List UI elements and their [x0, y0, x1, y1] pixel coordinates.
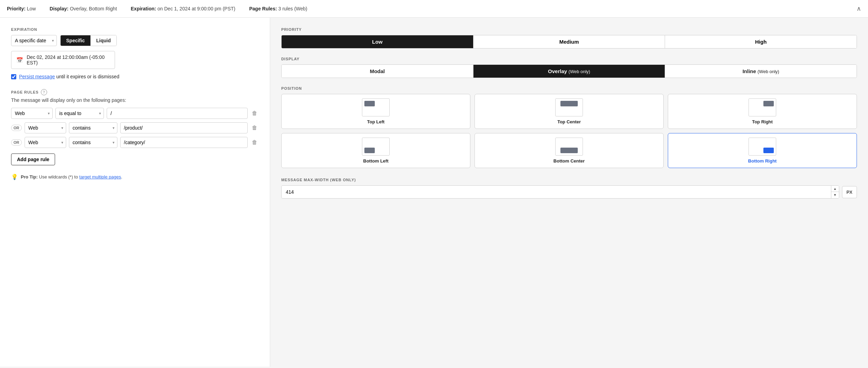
- rule1-condition-select[interactable]: is equal to contains starts with: [55, 108, 104, 119]
- max-width-input-wrapper: ▲ ▼: [281, 185, 839, 199]
- stepper-up-btn[interactable]: ▲: [831, 186, 839, 192]
- mode-liquid-btn[interactable]: Liquid: [91, 35, 116, 46]
- bottom-left-label: Bottom Left: [363, 158, 389, 164]
- persist-link[interactable]: Persist message: [19, 74, 55, 79]
- persist-row: Persist message until it expires or is d…: [11, 74, 259, 79]
- expiration-type-row: A specific date Never Custom ▾ Specific …: [11, 35, 259, 46]
- priority-group: Low Medium High: [281, 35, 857, 49]
- position-section-label: POSITION: [281, 86, 857, 90]
- expiration-section: EXPIRATION A specific date Never Custom …: [11, 27, 259, 79]
- collapse-button[interactable]: ∧: [857, 5, 861, 12]
- position-top-center[interactable]: Top Center: [475, 94, 664, 129]
- stepper-down-btn[interactable]: ▼: [831, 192, 839, 198]
- expiration-mode-toggle: Specific Liquid: [60, 35, 117, 46]
- rule2-condition-select[interactable]: contains is equal to starts with: [69, 122, 117, 133]
- rule3-condition-wrapper: contains is equal to starts with ▾: [69, 137, 117, 148]
- position-bottom-left[interactable]: Bottom Left: [281, 133, 470, 168]
- mode-specific-btn[interactable]: Specific: [61, 35, 91, 46]
- rule1-condition-wrapper: is equal to contains starts with ▾: [55, 108, 104, 119]
- left-panel: EXPIRATION A specific date Never Custom …: [0, 18, 270, 367]
- rule1-platform-select[interactable]: Web Mobile: [11, 108, 53, 119]
- main-content: EXPIRATION A specific date Never Custom …: [0, 18, 868, 367]
- display-overlay-btn[interactable]: Overlay (Web only): [473, 65, 665, 78]
- rule1-platform-wrapper: Web Mobile ▾: [11, 108, 53, 119]
- top-center-indicator: [560, 101, 578, 106]
- add-rule-button[interactable]: Add page rule: [11, 154, 55, 165]
- rule3-condition-select[interactable]: contains is equal to starts with: [69, 137, 117, 148]
- rule1-value-input[interactable]: [107, 108, 248, 119]
- pro-tip-text: Pro Tip: Use wildcards (*) to target mul…: [21, 174, 122, 179]
- right-panel: PRIORITY Low Medium High DISPLAY Modal O…: [270, 18, 868, 367]
- top-center-label: Top Center: [557, 119, 581, 124]
- max-width-input[interactable]: [282, 186, 831, 198]
- rule2-delete-btn[interactable]: 🗑: [250, 123, 259, 132]
- pro-tip: 💡 Pro Tip: Use wildcards (*) to target m…: [11, 174, 259, 180]
- lightbulb-icon: 💡: [11, 174, 18, 180]
- max-width-label: MESSAGE MAX-WIDTH (WEB ONLY): [281, 178, 857, 182]
- rule2-platform-select[interactable]: Web Mobile: [25, 122, 66, 133]
- max-width-row: ▲ ▼ PX: [281, 185, 857, 199]
- bottom-center-label: Bottom Center: [553, 158, 585, 164]
- priority-summary: Priority: Low: [7, 6, 36, 11]
- bottom-right-preview: [749, 138, 776, 156]
- rule2-value-input[interactable]: [120, 122, 248, 133]
- rule3-delete-btn[interactable]: 🗑: [250, 138, 259, 147]
- bottom-left-indicator: [364, 148, 375, 153]
- priority-section-label: PRIORITY: [281, 27, 857, 32]
- rule3-or-badge: OR: [11, 139, 22, 146]
- rule-row-2: OR Web Mobile ▾ contains is equal to sta…: [11, 122, 259, 133]
- rule2-or-badge: OR: [11, 125, 22, 131]
- datetime-display[interactable]: 📅 Dec 02, 2024 at 12:00:00am (-05:00 EST…: [11, 51, 115, 69]
- rule-row-3: OR Web Mobile ▾ contains is equal to sta…: [11, 137, 259, 148]
- px-unit-label: PX: [842, 186, 857, 198]
- expiration-type-wrapper: A specific date Never Custom ▾: [11, 35, 57, 46]
- rule-row-1: Web Mobile ▾ is equal to contains starts…: [11, 108, 259, 119]
- top-left-label: Top Left: [367, 119, 384, 124]
- rule3-platform-wrapper: Web Mobile ▾: [25, 137, 66, 148]
- page-rules-section: PAGE RULES ? The message will display on…: [11, 89, 259, 180]
- display-section-label: DISPLAY: [281, 57, 857, 61]
- rule3-platform-select[interactable]: Web Mobile: [25, 137, 66, 148]
- stepper-buttons: ▲ ▼: [831, 186, 839, 198]
- rule3-value-input[interactable]: [120, 137, 248, 148]
- top-right-indicator: [763, 101, 774, 106]
- priority-medium-btn[interactable]: Medium: [473, 35, 665, 48]
- persist-checkbox[interactable]: [11, 74, 16, 79]
- position-top-right[interactable]: Top Right: [668, 94, 857, 129]
- page-rules-summary: Page Rules: 3 rules (Web): [249, 6, 307, 11]
- expiration-type-select[interactable]: A specific date Never Custom: [11, 35, 57, 46]
- page-rules-label: PAGE RULES: [11, 90, 39, 94]
- target-pages-link[interactable]: target multiple pages: [79, 174, 121, 179]
- bottom-right-label: Bottom Right: [748, 158, 777, 164]
- datetime-value: Dec 02, 2024 at 12:00:00am (-05:00 EST): [27, 54, 110, 65]
- display-modal-btn[interactable]: Modal: [282, 65, 473, 78]
- priority-low-btn[interactable]: Low: [282, 35, 473, 48]
- position-grid: Top Left Top Center Top Right Bottom Lef…: [281, 94, 857, 168]
- persist-label: Persist message until it expires or is d…: [19, 74, 119, 79]
- top-right-preview: [749, 98, 776, 116]
- display-summary: Display: Overlay, Bottom Right: [50, 6, 117, 11]
- position-bottom-right[interactable]: Bottom Right: [668, 133, 857, 168]
- expiration-summary: Expiration: on Dec 1, 2024 at 9:00:00 pm…: [131, 6, 236, 11]
- display-group: Modal Overlay (Web only) Inline (Web onl…: [281, 64, 857, 78]
- page-rules-header: PAGE RULES ?: [11, 89, 259, 95]
- rule1-delete-btn[interactable]: 🗑: [250, 109, 259, 118]
- top-bar: Priority: Low Display: Overlay, Bottom R…: [0, 0, 868, 18]
- expiration-label: EXPIRATION: [11, 27, 259, 32]
- top-left-preview: [362, 98, 390, 116]
- position-bottom-center[interactable]: Bottom Center: [475, 133, 664, 168]
- bottom-left-preview: [362, 138, 390, 156]
- top-center-preview: [555, 98, 583, 116]
- top-right-label: Top Right: [752, 119, 773, 124]
- help-icon[interactable]: ?: [41, 89, 47, 95]
- calendar-icon: 📅: [16, 57, 23, 63]
- priority-high-btn[interactable]: High: [665, 35, 857, 48]
- position-top-left[interactable]: Top Left: [281, 94, 470, 129]
- top-left-indicator: [364, 101, 375, 106]
- bottom-center-preview: [555, 138, 583, 156]
- rule2-platform-wrapper: Web Mobile ▾: [25, 122, 66, 133]
- display-inline-btn[interactable]: Inline (Web only): [665, 65, 857, 78]
- page-rules-description: The message will display only on the fol…: [11, 97, 259, 103]
- rule2-condition-wrapper: contains is equal to starts with ▾: [69, 122, 117, 133]
- bottom-right-indicator: [763, 148, 774, 153]
